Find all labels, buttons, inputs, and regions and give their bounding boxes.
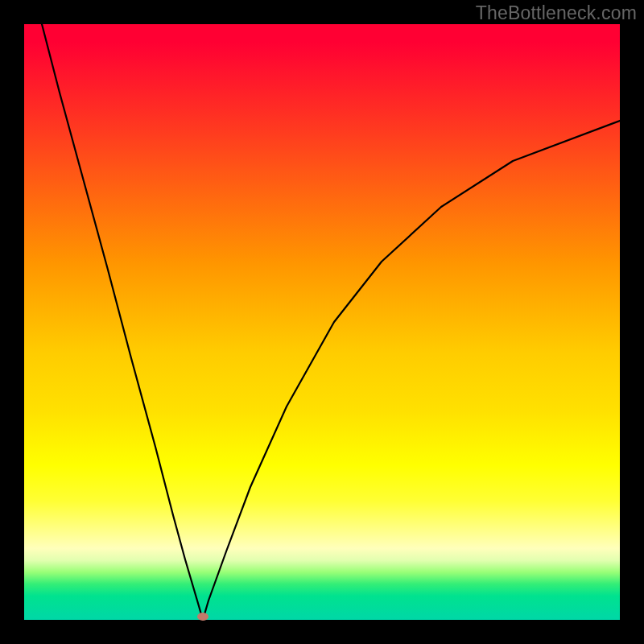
bottleneck-curve	[24, 24, 620, 620]
watermark-text: TheBottleneck.com	[476, 2, 637, 24]
plot-area	[24, 24, 620, 620]
minimum-marker-dot	[197, 613, 208, 621]
curve-path	[42, 24, 620, 620]
